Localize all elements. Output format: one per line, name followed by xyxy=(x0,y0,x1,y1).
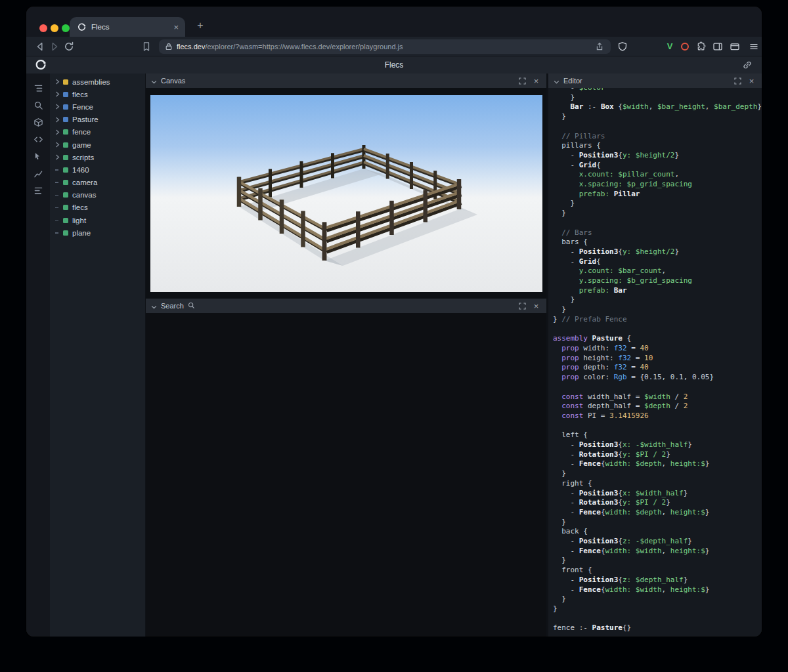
code-line: - Grid{ xyxy=(553,161,762,171)
tree-item-game[interactable]: game xyxy=(50,138,145,151)
lock-icon xyxy=(165,43,173,51)
code-line: - Rotation3{y: $PI / 2} xyxy=(553,450,762,460)
search-icon xyxy=(188,300,195,312)
stats-icon[interactable] xyxy=(31,168,45,178)
tree-item-Fence[interactable]: Fence xyxy=(50,100,145,113)
code-line: bars { xyxy=(553,238,762,247)
code-line: - Fence{width: $depth, height:$} xyxy=(553,508,762,518)
code-line: - Position3{x: -$width_half} xyxy=(553,440,762,450)
tree-item-label: fence xyxy=(72,128,91,136)
chevron-down-icon[interactable] xyxy=(151,300,157,312)
expand-panel-icon[interactable] xyxy=(733,76,743,86)
window-zoom-button[interactable] xyxy=(62,24,70,32)
chevron-right-icon[interactable] xyxy=(55,129,62,135)
tree-item-Pasture[interactable]: Pasture xyxy=(50,114,145,126)
tree-item-canvas[interactable]: canvas xyxy=(50,189,145,201)
code-editor[interactable]: - $color } Bar :- Box {$width, $bar_heig… xyxy=(548,88,762,637)
side-panel-icon[interactable] xyxy=(712,41,723,52)
url-text: flecs.dev/explorer/?wasm=https://www.fle… xyxy=(177,43,595,51)
expand-panel-icon[interactable] xyxy=(517,76,527,86)
extensions-puzzle-icon[interactable] xyxy=(695,41,706,52)
window-controls xyxy=(39,24,70,32)
tree-item-light[interactable]: light xyxy=(50,214,145,226)
back-button[interactable] xyxy=(33,39,47,54)
code-line xyxy=(553,383,762,392)
entity-kind-swatch xyxy=(63,180,68,185)
chevron-right-icon[interactable] xyxy=(55,79,62,85)
browser-tab-flecs[interactable]: Flecs × xyxy=(70,17,185,37)
entity-kind-swatch xyxy=(63,218,68,223)
window-close-button[interactable] xyxy=(39,24,47,32)
share-link-icon[interactable] xyxy=(742,60,753,73)
reload-button[interactable] xyxy=(62,39,76,54)
queries-icon[interactable] xyxy=(31,185,45,196)
tree-item-fence[interactable]: fence xyxy=(50,126,145,138)
tree-item-label: flecs xyxy=(72,203,88,211)
close-panel-icon[interactable]: × xyxy=(747,76,756,86)
code-line: // Bars xyxy=(553,228,762,238)
code-line: const PI = 3.1415926 xyxy=(553,411,762,421)
chevron-down-icon[interactable] xyxy=(554,75,559,87)
tree-item-assemblies[interactable]: assemblies xyxy=(50,75,145,88)
extension-v-icon[interactable]: V xyxy=(665,41,674,51)
forward-button[interactable] xyxy=(47,39,62,54)
tree-item-plane[interactable]: plane xyxy=(50,226,145,239)
search-panel-title: Search xyxy=(161,302,184,310)
search-icon[interactable] xyxy=(31,100,45,110)
new-tab-button[interactable]: + xyxy=(193,20,208,31)
3d-viewport[interactable] xyxy=(150,95,542,292)
close-panel-icon[interactable]: × xyxy=(531,76,541,86)
entity-kind-swatch xyxy=(63,92,68,97)
wallet-icon[interactable] xyxy=(730,41,740,52)
tree-item-label: Pasture xyxy=(72,116,98,123)
code-line: prop height: f32 = 10 xyxy=(553,354,762,364)
chevron-right-icon[interactable] xyxy=(55,154,62,160)
shield-icon[interactable] xyxy=(615,39,630,54)
bookmark-icon[interactable] xyxy=(139,39,154,54)
code-line: right { xyxy=(553,479,762,489)
tree-item-label: scripts xyxy=(72,154,94,161)
code-line: prefab: Bar xyxy=(553,286,762,296)
entity-kind-swatch xyxy=(63,79,68,85)
code-line: prefab: Pillar xyxy=(553,190,762,200)
chevron-right-icon[interactable] xyxy=(55,91,62,97)
entity-kind-swatch xyxy=(63,129,68,135)
extension-dot-icon[interactable] xyxy=(681,43,689,51)
entities-icon[interactable] xyxy=(31,117,45,127)
menu-hamburger-icon[interactable] xyxy=(747,39,761,54)
chevron-right-icon[interactable] xyxy=(55,117,62,123)
code-line: - Position3{y: $height/2} xyxy=(553,151,762,161)
code-icon[interactable] xyxy=(31,134,45,144)
inspector-icon[interactable] xyxy=(31,151,45,161)
code-line: y.count: $bar_count, xyxy=(553,266,762,276)
share-icon[interactable] xyxy=(595,42,604,51)
close-panel-icon[interactable]: × xyxy=(531,301,541,311)
tree-item-1460[interactable]: 1460 xyxy=(50,163,145,176)
expand-panel-icon[interactable] xyxy=(517,301,527,311)
code-line xyxy=(553,421,762,431)
tree-item-label: light xyxy=(72,217,86,224)
code-line: } xyxy=(553,295,762,305)
chevron-right-icon[interactable] xyxy=(55,104,62,110)
tree-item-camera[interactable]: camera xyxy=(50,177,145,189)
tree-item-flecs[interactable]: flecs xyxy=(50,201,145,214)
entity-kind-swatch xyxy=(63,104,68,110)
outliner-icon[interactable] xyxy=(31,83,45,93)
canvas-panel-title: Canvas xyxy=(161,77,185,85)
entity-kind-swatch xyxy=(63,192,68,198)
window-minimize-button[interactable] xyxy=(51,24,58,32)
code-line: } xyxy=(553,556,762,566)
browser-toolbar: flecs.dev/explorer/?wasm=https://www.fle… xyxy=(26,37,762,56)
code-line xyxy=(553,219,762,228)
chevron-down-icon[interactable] xyxy=(151,75,157,87)
tree-item-scripts[interactable]: scripts xyxy=(50,151,145,163)
code-line: back { xyxy=(553,527,762,537)
search-panel-body[interactable] xyxy=(146,313,546,637)
tree-item-flecs[interactable]: flecs xyxy=(50,88,145,100)
code-line: y.spacing: $b_grid_spacing xyxy=(553,276,762,286)
chevron-right-icon[interactable] xyxy=(55,142,62,148)
tab-close-button[interactable]: × xyxy=(172,23,180,32)
code-line: const width_half = $width / 2 xyxy=(553,392,762,402)
code-line: fence :- Pasture{} xyxy=(553,623,762,633)
address-bar[interactable]: flecs.dev/explorer/?wasm=https://www.fle… xyxy=(159,39,611,54)
